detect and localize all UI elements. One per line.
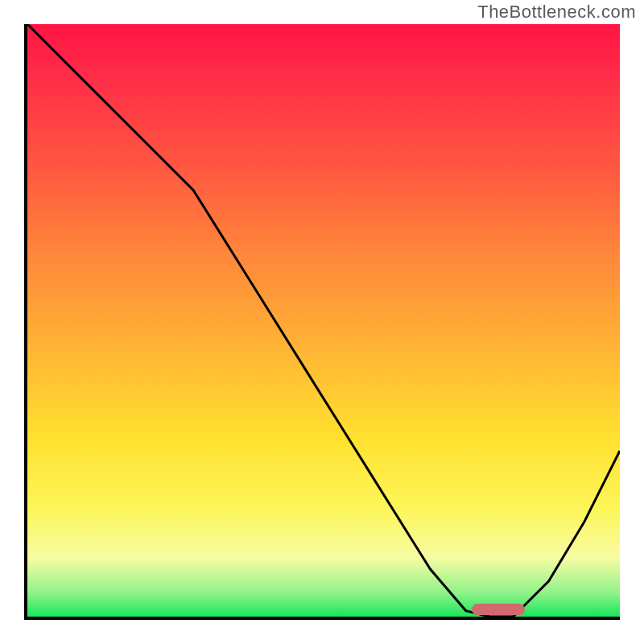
curve-path [27, 24, 620, 617]
watermark-text: TheBottleneck.com [477, 2, 636, 23]
bottleneck-curve [27, 24, 620, 617]
plot-area [24, 24, 620, 620]
optimal-range-marker [472, 604, 525, 615]
chart-frame: TheBottleneck.com [0, 0, 644, 644]
